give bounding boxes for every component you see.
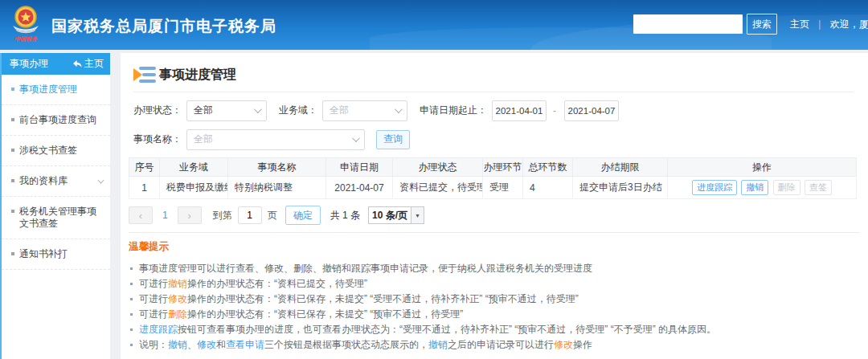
welcome-text: 欢迎，厦门 <box>830 18 868 31</box>
cell-domain: 税费申报及缴纳 <box>160 177 228 199</box>
tip-item: 事项进度管理可以进行查看、修改、删除、撤销和跟踪事项申请记录，便于纳税人跟进税务… <box>129 261 860 276</box>
tip-text: 事项进度管理可以进行查看、修改、删除、撤销和跟踪事项申请记录，便于纳税人跟进税务… <box>139 263 592 274</box>
tip-text: 说明： <box>139 339 168 350</box>
separator: ｜ <box>815 18 825 31</box>
bullet-dot-icon <box>130 283 133 285</box>
confirm-button[interactable]: 确定 <box>285 206 321 225</box>
sidebar-item-my-library[interactable]: 我的资料库 <box>2 166 110 197</box>
cell-actions: 进度跟踪 撤销 删除 查签 <box>668 177 857 199</box>
matter-name-select[interactable]: 全部 <box>186 129 365 150</box>
list-title-icon <box>133 66 156 84</box>
tip-keyword[interactable]: 撤销 <box>168 339 187 350</box>
tip-text: 操作的办理状态有：“资料已提交，待受理” <box>187 278 367 289</box>
filter-row-2: 事项名称： 全部 查询 <box>133 129 854 150</box>
bullet-icon <box>11 252 14 255</box>
sidebar-item-progress-management[interactable]: 事项进度管理 <box>2 75 110 105</box>
col-total-steps: 总环节数 <box>523 158 573 177</box>
sidebar-home-link[interactable]: 主页 <box>73 57 104 71</box>
goto-page-input[interactable] <box>238 206 262 224</box>
tip-keyword[interactable]: 修改 <box>168 293 187 304</box>
tip-text: 可进行 <box>139 293 168 304</box>
total-count: 共 1 条 <box>330 209 360 222</box>
screen: 中国税务 国家税务总局厦门市电子税务局 搜索 主页 ｜ 欢迎，厦门 ｜ 退出 事… <box>0 0 868 359</box>
col-step: 办理环节 <box>483 158 523 177</box>
tip-text: 、 <box>187 339 197 350</box>
tip-keyword[interactable]: 查看申请 <box>226 339 264 350</box>
bullet-dot-icon <box>130 344 133 346</box>
status-select[interactable]: 全部 <box>186 100 267 121</box>
tip-text: 按钮可查看事项办理的进度，也可查看办理状态为：“受理不通过，待补齐补正” “预审… <box>178 324 716 335</box>
tips-list: 事项进度管理可以进行查看、修改、删除、撤销和跟踪事项申请记录，便于纳税人跟进税务… <box>129 261 860 353</box>
sidebar: 事项办理 主页 事项进度管理 前台事项进度查询 涉税文书查签 <box>0 53 110 359</box>
date-dash: - <box>553 105 556 116</box>
delete-button: 删除 <box>773 180 800 195</box>
check-sign-button: 查签 <box>805 180 832 195</box>
bullet-icon <box>11 210 14 213</box>
domain-select[interactable]: 全部 <box>322 100 407 121</box>
sidebar-menu: 事项进度管理 前台事项进度查询 涉税文书查签 我的资料库 税务机关管理事项文书查… <box>2 75 110 270</box>
sidebar-item-frontdesk-progress-query[interactable]: 前台事项进度查询 <box>2 105 110 136</box>
cell-total-steps: 4 <box>523 177 573 199</box>
tip-text: 操作 <box>573 339 592 350</box>
matter-name-label: 事项名称： <box>133 133 182 146</box>
bullet-dot-icon <box>130 328 133 331</box>
table-row: 1 税费申报及缴纳 特别纳税调整 2021-04-07 资料已提交，待受理 受理… <box>129 177 857 199</box>
tip-text: 之后的申请记录可以进行 <box>448 339 554 350</box>
tip-item: 进度跟踪按钮可查看事项办理的进度，也可查看办理状态为：“受理不通过，待补齐补正”… <box>129 322 860 337</box>
app-header: 中国税务 国家税务总局厦门市电子税务局 搜索 主页 ｜ 欢迎，厦门 ｜ 退出 <box>0 0 868 50</box>
col-deadline: 办结期限 <box>573 158 668 177</box>
date-from-input[interactable] <box>492 100 547 121</box>
col-actions: 操作 <box>668 158 857 177</box>
search-button[interactable]: 搜索 <box>747 14 777 35</box>
col-date: 申请日期 <box>326 158 393 177</box>
query-button[interactable]: 查询 <box>376 130 410 149</box>
tip-keyword[interactable]: 撤销 <box>168 278 187 289</box>
tip-text: 和 <box>216 339 226 350</box>
progress-track-button[interactable]: 进度跟踪 <box>692 180 737 195</box>
tips-section: 温馨提示 事项进度管理可以进行查看、修改、删除、撤销和跟踪事项申请记录，便于纳税… <box>129 240 860 353</box>
date-to-input[interactable] <box>564 100 619 121</box>
sidebar-item-notice-reprint[interactable]: 通知书补打 <box>2 239 110 270</box>
sidebar-item-authority-document-check[interactable]: 税务机关管理事项文书查签 <box>2 197 110 239</box>
bullet-dot-icon <box>130 298 133 300</box>
prev-page-button[interactable]: ‹ <box>129 206 153 224</box>
revoke-button[interactable]: 撤销 <box>741 180 768 195</box>
tip-text: 可进行 <box>139 278 168 289</box>
search-input[interactable] <box>633 14 743 34</box>
tip-keyword[interactable]: 修改 <box>197 339 216 350</box>
tip-keyword[interactable]: 删除 <box>168 308 187 320</box>
domain-label: 业务域： <box>279 104 317 117</box>
tax-emblem-logo: 中国税务 <box>8 4 43 43</box>
welcome-prefix: 欢迎，厦门 <box>830 18 868 31</box>
back-arrow-icon <box>73 60 82 68</box>
current-page[interactable]: 1 <box>162 210 168 221</box>
tip-item: 可进行删除操作的办理状态有：“资料已保存，未提交” “预审不通过，待受理” <box>129 307 860 322</box>
progress-table: 序号 业务域 事项名称 申请日期 办理状态 办理环节 总环节数 办结期限 操作 … <box>129 157 857 199</box>
tip-keyword[interactable]: 修改 <box>554 339 573 350</box>
next-page-button[interactable]: › <box>178 206 202 224</box>
col-status: 办理状态 <box>393 158 483 177</box>
sidebar-item-tax-document-check[interactable]: 涉税文书查签 <box>2 136 110 166</box>
dropdown-arrow-icon: ▼ <box>411 207 424 223</box>
tip-keyword[interactable]: 进度跟踪 <box>139 324 178 335</box>
tip-keyword[interactable]: 撤销 <box>428 339 448 350</box>
cell-deadline: 提交申请后3日办结 <box>573 177 668 199</box>
col-seq: 序号 <box>129 158 160 177</box>
nav-home-link[interactable]: 主页 <box>790 18 809 31</box>
table-header-row: 序号 业务域 事项名称 申请日期 办理状态 办理环节 总环节数 办结期限 操作 <box>129 158 857 177</box>
page-title-bar: 事项进度管理 <box>133 66 854 92</box>
page-title: 事项进度管理 <box>159 67 236 84</box>
bullet-icon <box>11 88 14 91</box>
bullet-dot-icon <box>130 267 133 270</box>
date-range-label: 申请日期起止： <box>420 104 487 117</box>
bullet-dot-icon <box>130 313 133 316</box>
cell-name: 特别纳税调整 <box>228 177 326 199</box>
page-size-select[interactable]: 10 条/页 ▼ <box>368 206 424 224</box>
tip-text: 可进行 <box>139 308 168 320</box>
tip-item: 可进行撤销操作的办理状态有：“资料已提交，待受理” <box>129 276 860 292</box>
chevron-down-icon <box>395 105 403 113</box>
logo-caption: 中国税务 <box>14 35 37 43</box>
goto-prefix: 到第 <box>213 209 232 222</box>
cell-date: 2021-04-07 <box>326 177 393 199</box>
pagination: ‹ 1 › 到第 页 确定 共 1 条 10 条/页 ▼ <box>129 206 860 225</box>
